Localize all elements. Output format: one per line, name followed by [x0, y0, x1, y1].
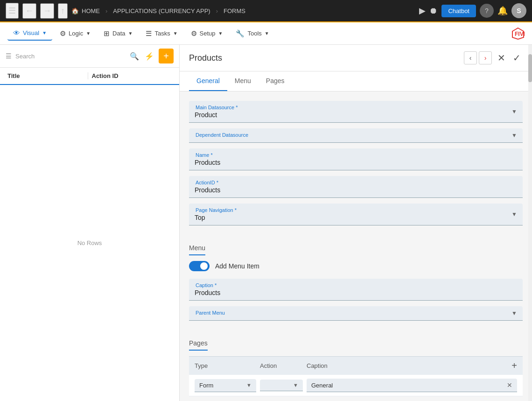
page-navigation-group: Page Navigation * Top ▼: [189, 204, 523, 225]
caption-value: Products: [195, 289, 517, 296]
pages-table-header: Type Action Caption +: [189, 356, 523, 375]
tab-menu[interactable]: Menu: [227, 71, 259, 91]
breadcrumb-app[interactable]: APPLICATIONS (CURRENCY APP): [113, 7, 210, 14]
caption-select[interactable]: General ✕: [307, 379, 517, 392]
home-label[interactable]: HOME: [82, 7, 100, 14]
title-column-header: Title: [7, 72, 88, 79]
tab-tools[interactable]: 🔧 Tools ▼: [230, 27, 274, 41]
tab-logic[interactable]: ⚙ Logic ▼: [54, 27, 96, 41]
tab-setup[interactable]: ⚙ Setup ▼: [185, 27, 229, 41]
logic-dropdown-icon[interactable]: ▼: [86, 31, 91, 36]
type-col-header: Type: [195, 362, 260, 369]
tools-tab-label: Tools: [247, 30, 261, 37]
eye-icon: 👁: [13, 29, 20, 37]
tab-tasks[interactable]: ☰ Tasks ▼: [140, 27, 183, 41]
lightning-button[interactable]: ⚡: [144, 51, 155, 62]
panel-title: Products: [189, 53, 464, 63]
caption-group: Caption * Products: [189, 279, 523, 301]
dependent-datasource-label: Dependent Datasource: [195, 132, 511, 138]
nav-actions: ▶ ⏺ Chatbot ? 🔔 S: [419, 3, 526, 18]
tab-data[interactable]: ⊞ Data ▼: [98, 27, 138, 41]
type-dropdown-icon: ▼: [246, 382, 252, 388]
name-value: Products: [195, 159, 517, 166]
action-id-column-header: Action ID: [88, 72, 172, 79]
close-button[interactable]: ✕: [496, 50, 507, 65]
record-button[interactable]: ⏺: [429, 6, 438, 16]
action-col-header: Action: [260, 362, 307, 369]
main-datasource-field[interactable]: Main Datasource * Product ▼: [189, 101, 523, 123]
tasks-dropdown-icon[interactable]: ▼: [173, 31, 178, 36]
next-arrow-button[interactable]: ›: [479, 51, 492, 64]
user-avatar[interactable]: S: [511, 3, 526, 18]
notifications-button[interactable]: 🔔: [497, 6, 508, 16]
content-tabs: General Menu Pages: [180, 71, 532, 91]
panel-header: Products ‹ › ✕ ✓: [180, 45, 532, 71]
main-datasource-group: Main Datasource * Product ▼: [189, 101, 523, 123]
data-tab-label: Data: [112, 30, 125, 37]
type-value: Form: [199, 382, 245, 389]
play-button[interactable]: ▶: [419, 6, 426, 16]
up-button[interactable]: ↑: [58, 3, 68, 19]
name-field[interactable]: Name * Products: [189, 148, 523, 170]
menu-section: Menu: [189, 237, 523, 261]
logic-tab-label: Logic: [69, 30, 83, 37]
parent-menu-field[interactable]: Parent Menu ▼: [189, 306, 523, 321]
caption-row-value: General: [311, 382, 507, 389]
tab-general[interactable]: General: [189, 71, 227, 91]
breadcrumb-forms[interactable]: FORMS: [224, 7, 245, 14]
add-button[interactable]: +: [159, 49, 174, 63]
dependent-datasource-dropdown-icon: ▼: [511, 132, 517, 139]
page-navigation-dropdown-icon: ▼: [511, 211, 517, 218]
scrollbar-track[interactable]: [528, 45, 532, 401]
forms-label: FORMS: [224, 7, 245, 14]
empty-message: No Rows: [77, 239, 102, 246]
dependent-datasource-field[interactable]: Dependent Datasource ▼: [189, 128, 523, 143]
panel-content: General Menu Pages Main Datasource * Pro…: [180, 71, 532, 401]
action-select[interactable]: ▼: [260, 380, 303, 391]
tab-pages[interactable]: Pages: [259, 71, 292, 91]
caption-clear-icon[interactable]: ✕: [507, 381, 512, 389]
data-dropdown-icon[interactable]: ▼: [128, 31, 133, 36]
search-input[interactable]: [15, 53, 125, 60]
confirm-button[interactable]: ✓: [511, 50, 523, 65]
back-button[interactable]: ←: [22, 3, 36, 19]
page-navigation-label: Page Navigation *: [195, 207, 511, 213]
actionid-group: ActionID * Products: [189, 176, 523, 198]
actionid-field[interactable]: ActionID * Products: [189, 176, 523, 198]
left-panel: ☰ 🔍 ⚡ + Title Action ID No Rows: [0, 45, 180, 401]
type-select[interactable]: Form ▼: [195, 379, 256, 392]
search-button[interactable]: 🔍: [129, 51, 140, 62]
actionid-label: ActionID *: [195, 180, 517, 185]
menu-section-label: Menu: [189, 244, 205, 255]
actionid-value: Products: [195, 186, 517, 194]
visual-tab-label: Visual: [23, 29, 39, 36]
tasks-icon: ☰: [146, 29, 152, 38]
pages-table-row: Form ▼ ▼ General: [189, 375, 523, 396]
prev-arrow-button[interactable]: ‹: [464, 51, 477, 64]
tab-visual[interactable]: 👁 Visual ▼: [7, 26, 52, 41]
action-dropdown-icon: ▼: [293, 382, 298, 388]
chatbot-button[interactable]: Chatbot: [441, 5, 476, 17]
visual-dropdown-icon[interactable]: ▼: [42, 30, 47, 35]
setup-icon: ⚙: [191, 29, 197, 38]
help-button[interactable]: ?: [480, 4, 494, 18]
caption-field[interactable]: Caption * Products: [189, 279, 523, 301]
add-page-button[interactable]: +: [511, 360, 517, 371]
parent-menu-label: Parent Menu: [195, 310, 511, 316]
forward-button[interactable]: →: [40, 3, 54, 19]
tools-icon: 🔧: [236, 29, 245, 38]
breadcrumb: 🏠 HOME: [71, 7, 100, 14]
panel-header-actions: ‹ › ✕ ✓: [464, 50, 523, 65]
tools-dropdown-icon[interactable]: ▼: [265, 31, 269, 36]
filter-icon: ☰: [6, 52, 12, 60]
pages-section-label: Pages: [189, 339, 208, 351]
table-body-empty: No Rows: [0, 85, 179, 401]
name-group: Name * Products: [189, 148, 523, 170]
add-menu-item-toggle[interactable]: [189, 261, 210, 271]
action-cell: ▼: [260, 380, 303, 391]
home-icon: 🏠: [71, 7, 79, 14]
hamburger-menu[interactable]: ☰: [6, 3, 19, 19]
setup-dropdown-icon[interactable]: ▼: [218, 31, 223, 36]
page-navigation-field[interactable]: Page Navigation * Top ▼: [189, 204, 523, 225]
caption-cell: General ✕: [307, 379, 517, 392]
